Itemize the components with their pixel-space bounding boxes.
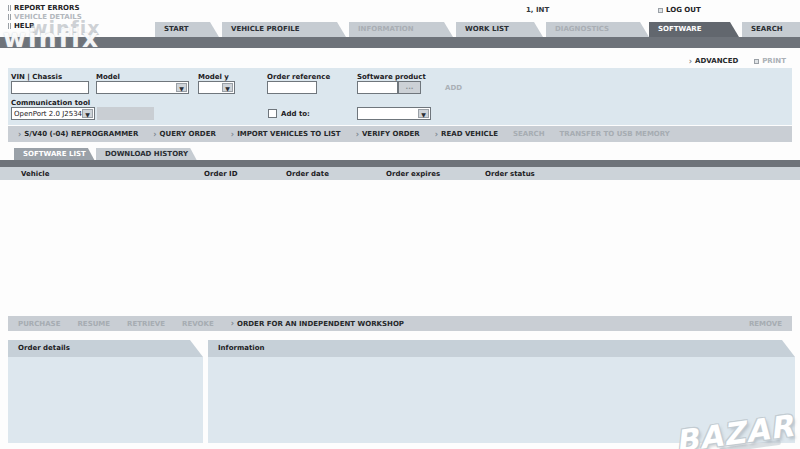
advanced-button[interactable]: › ADVANCED: [689, 57, 738, 65]
resume-button: RESUME: [77, 320, 110, 328]
chevron-right-icon: ›: [435, 131, 438, 138]
vida-software-screen: REPORT ERRORS VEHICLE DETAILS HELP 1, IN…: [0, 0, 800, 449]
order-reference-label: Order reference: [267, 73, 330, 81]
communication-tool-select[interactable]: OpenPort 2.0 J2534 ▼: [11, 107, 95, 120]
transfer-usb-button: TRANSFER TO USB MEMORY: [560, 130, 670, 138]
verify-order-label: VERIFY ORDER: [362, 130, 420, 138]
print-icon: [754, 59, 759, 64]
report-errors-label: REPORT ERRORS: [14, 4, 80, 12]
resume-label: RESUME: [77, 320, 110, 328]
revoke-button: REVOKE: [182, 320, 214, 328]
chevron-right-icon: ›: [153, 131, 156, 138]
tab-vehicle-profile[interactable]: VEHICLE PROFILE: [222, 22, 346, 37]
logout-button[interactable]: LOG OUT: [658, 6, 701, 14]
vin-input[interactable]: [11, 81, 89, 94]
software-table-header: Vehicle Order ID Order date Order expire…: [0, 167, 800, 180]
report-errors-icon: [8, 5, 11, 11]
column-order-status: Order status: [485, 170, 535, 178]
model-select[interactable]: ▼: [96, 81, 189, 94]
search-button: SEARCH: [513, 130, 545, 138]
chevron-right-icon: ›: [231, 131, 234, 138]
column-order-expires: Order expires: [386, 170, 440, 178]
vehicle-details-link: VEHICLE DETAILS: [8, 13, 82, 21]
model-label: Model: [96, 73, 120, 81]
add-button: ADD: [445, 84, 462, 92]
chevron-right-icon: ›: [356, 131, 359, 138]
transfer-usb-label: TRANSFER TO USB MEMORY: [560, 130, 670, 138]
order-details-title: Order details: [8, 340, 203, 357]
search-label: SEARCH: [513, 130, 545, 138]
advanced-label: ADVANCED: [695, 57, 738, 65]
software-product-label: Software product: [357, 73, 426, 81]
logout-label: LOG OUT: [666, 6, 701, 14]
model-year-label: Model y: [198, 73, 229, 81]
header-links: REPORT ERRORS VEHICLE DETAILS HELP: [8, 4, 82, 31]
retrieve-button: RETRIEVE: [127, 320, 165, 328]
import-vehicles-button[interactable]: › IMPORT VEHICLES TO LIST: [231, 130, 341, 138]
tab-software[interactable]: SOFTWARE: [649, 22, 739, 37]
column-vehicle: Vehicle: [21, 170, 49, 178]
user-info: 1, INT: [526, 6, 549, 14]
import-vehicles-label: IMPORT VEHICLES TO LIST: [237, 130, 341, 138]
add-to-checkbox[interactable]: [268, 109, 277, 118]
purchase-button: PURCHASE: [18, 320, 60, 328]
remove-label: REMOVE: [749, 320, 782, 328]
software-product-input[interactable]: [357, 81, 398, 94]
read-vehicle-label: READ VEHICLE: [441, 130, 498, 138]
column-order-id: Order ID: [204, 170, 237, 178]
print-button: PRINT: [754, 57, 786, 65]
verify-order-button[interactable]: › VERIFY ORDER: [356, 130, 420, 138]
column-order-date: Order date: [286, 170, 329, 178]
order-details-body: [8, 357, 203, 443]
tab-start[interactable]: START: [155, 22, 219, 37]
order-reference-input[interactable]: [267, 81, 317, 94]
add-to-select[interactable]: ▼: [357, 107, 431, 120]
order-details-panel: Order details: [8, 340, 203, 443]
chevron-down-icon: ▼: [176, 83, 187, 92]
print-label: PRINT: [762, 57, 786, 65]
communication-tool-status-field: [97, 107, 154, 120]
chevron-right-icon: ›: [18, 131, 21, 138]
sv40-reprogrammer-button[interactable]: › S/V40 (-04) REPROGRAMMER: [18, 130, 138, 138]
tab-search[interactable]: SEARCH: [742, 22, 800, 37]
tab-work-list[interactable]: WORK LIST: [456, 22, 543, 37]
independent-workshop-order-button[interactable]: › ORDER FOR AN INDEPENDENT WORKSHOP: [231, 320, 404, 328]
purchase-label: PURCHASE: [18, 320, 60, 328]
help-label: HELP: [14, 22, 34, 30]
retrieve-label: RETRIEVE: [127, 320, 165, 328]
remove-button: REMOVE: [749, 320, 782, 328]
chevron-down-icon: ▼: [82, 109, 93, 118]
chevron-down-icon: ▼: [418, 109, 429, 118]
toolbar: › ADVANCED PRINT: [689, 57, 786, 65]
header-divider-bar: [0, 37, 800, 48]
vehicle-details-icon: [8, 14, 11, 20]
chevron-down-icon: ▼: [222, 83, 233, 92]
chevron-right-icon: ›: [689, 58, 692, 65]
software-query-form: VIN | Chassis Model ▼ Model y ▼ Order re…: [8, 68, 792, 125]
help-link[interactable]: HELP: [8, 22, 82, 30]
order-action-bar: PURCHASE RESUME RETRIEVE REVOKE › ORDER …: [8, 316, 792, 331]
vehicle-details-label: VEHICLE DETAILS: [14, 13, 82, 21]
communication-tool-value: OpenPort 2.0 J2534: [14, 110, 82, 118]
tab-diagnostics: DIAGNOSTICS: [546, 22, 649, 37]
query-order-label: QUERY ORDER: [160, 130, 216, 138]
information-panel: Information: [208, 340, 795, 443]
chevron-right-icon: ›: [231, 320, 234, 327]
tab-information: INFORMATION: [349, 22, 453, 37]
logout-icon: [658, 8, 663, 13]
sv40-reprogrammer-label: S/V40 (-04) REPROGRAMMER: [24, 130, 138, 138]
model-year-select[interactable]: ▼: [198, 81, 235, 94]
browse-button[interactable]: ...: [398, 81, 421, 94]
help-icon: [8, 23, 11, 29]
read-vehicle-button[interactable]: › READ VEHICLE: [435, 130, 498, 138]
information-body: [208, 357, 795, 443]
revoke-label: REVOKE: [182, 320, 214, 328]
add-to-label: Add to:: [281, 110, 310, 118]
information-title: Information: [208, 340, 795, 357]
independent-workshop-order-label: ORDER FOR AN INDEPENDENT WORKSHOP: [237, 320, 404, 328]
report-errors-link[interactable]: REPORT ERRORS: [8, 4, 82, 12]
vin-label: VIN | Chassis: [11, 73, 62, 81]
list-divider-bar: [0, 160, 800, 167]
query-order-button[interactable]: › QUERY ORDER: [153, 130, 216, 138]
action-bar: › S/V40 (-04) REPROGRAMMER › QUERY ORDER…: [8, 126, 792, 142]
